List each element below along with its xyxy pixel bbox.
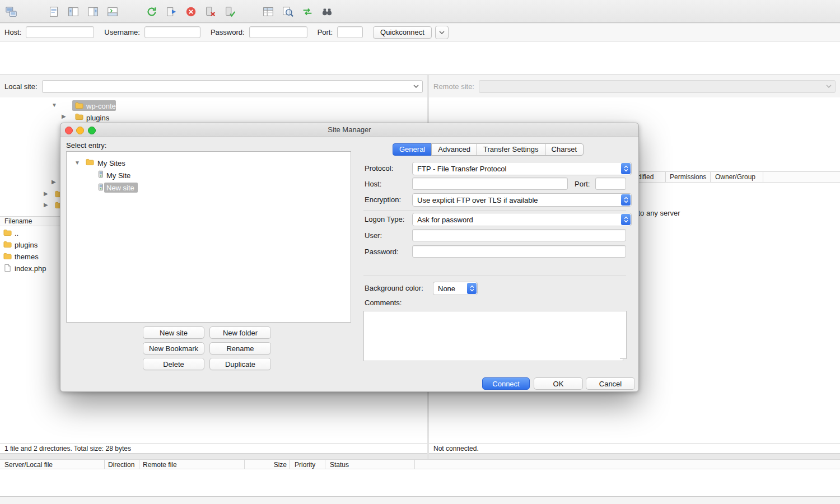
site-manager-dialog: Site Manager Select entry: ▼ My Sites My… <box>60 123 639 392</box>
rename-button[interactable]: Rename <box>209 342 271 354</box>
new-site-button[interactable]: New site <box>143 326 204 339</box>
collapse-triangle-icon[interactable]: ▼ <box>52 102 57 109</box>
queue-col-server-local-file[interactable]: Server/Local file <box>4 461 53 469</box>
queue-col-status[interactable]: Status <box>330 461 349 469</box>
column-divider[interactable] <box>104 460 105 469</box>
directory-filter-icon[interactable] <box>260 4 276 19</box>
duplicate-button[interactable]: Duplicate <box>209 358 271 370</box>
queue-col-remote-file[interactable]: Remote file <box>143 461 177 469</box>
column-divider[interactable] <box>763 172 763 182</box>
queue-col-direction[interactable]: Direction <box>108 461 134 469</box>
logon-type-select[interactable]: Ask for password <box>412 213 632 226</box>
server-icon <box>97 170 105 178</box>
connect-button[interactable]: Connect <box>482 377 530 390</box>
refresh-icon[interactable] <box>144 4 159 19</box>
tab-advanced[interactable]: Advanced <box>431 143 477 156</box>
quickconnect-bar: Host: Username: Password: Port: Quickcon… <box>0 24 840 41</box>
toolbar-group-3 <box>144 4 237 19</box>
folder-icon <box>86 158 94 166</box>
expand-triangle-icon[interactable]: ▶ <box>62 113 66 120</box>
local-treeview-icon[interactable] <box>66 4 81 19</box>
quickconnect-button[interactable]: Quickconnect <box>373 26 432 39</box>
local-site-combo[interactable] <box>42 80 423 93</box>
protocol-select[interactable]: FTP - File Transfer Protocol <box>412 162 632 175</box>
tree-item-plugins[interactable]: plugins <box>86 113 109 123</box>
local-status-bar: 1 file and 2 directories. Total size: 28… <box>0 444 427 454</box>
queue-body <box>0 469 840 496</box>
list-item-parent[interactable]: .. <box>15 228 18 238</box>
delete-button[interactable]: Delete <box>143 358 204 370</box>
host-input[interactable] <box>26 26 94 38</box>
toolbar-group-1 <box>3 4 18 19</box>
dialog-port-input[interactable] <box>595 178 626 190</box>
port-input[interactable] <box>337 26 363 38</box>
toolbar-group-2 <box>46 4 120 19</box>
queue-col-size[interactable]: Size <box>269 461 287 469</box>
local-site-label: Local site: <box>4 82 38 91</box>
disconnect-icon[interactable] <box>203 4 218 19</box>
cancel-button[interactable]: Cancel <box>586 377 635 390</box>
background-color-label: Background color: <box>365 284 423 292</box>
dialog-titlebar: Site Manager <box>60 123 638 137</box>
tab-charset[interactable]: Charset <box>545 143 584 156</box>
dialog-host-input[interactable] <box>412 178 568 190</box>
encryption-select[interactable]: Use explicit FTP over TLS if available <box>412 193 632 207</box>
background-color-select[interactable]: None <box>433 282 478 295</box>
quickconnect-dropdown-button[interactable] <box>435 26 449 39</box>
user-input[interactable] <box>412 229 626 241</box>
remote-site-row: Remote site: <box>429 75 840 97</box>
comments-scrollbar[interactable] <box>620 311 627 359</box>
message-log-icon[interactable] <box>46 4 61 19</box>
transfer-queue-icon[interactable] <box>105 4 120 19</box>
dialog-port-label: Port: <box>575 180 590 188</box>
process-queue-icon[interactable] <box>164 4 179 19</box>
column-divider[interactable] <box>139 460 139 469</box>
column-divider[interactable] <box>710 172 711 182</box>
tab-general[interactable]: General <box>393 143 432 156</box>
form-divider <box>363 210 626 211</box>
folder-icon <box>75 101 83 110</box>
new-folder-button[interactable]: New folder <box>209 326 271 339</box>
permissions-column-header[interactable]: Permissions <box>670 173 706 181</box>
host-label: Host: <box>4 28 21 36</box>
owner-group-column-header[interactable]: Owner/Group <box>715 173 755 181</box>
remote-treeview-icon[interactable] <box>85 4 100 19</box>
column-divider[interactable] <box>665 172 666 182</box>
filename-column-header[interactable]: Filename <box>4 217 32 225</box>
tab-transfer-settings[interactable]: Transfer Settings <box>477 143 545 156</box>
site-tree-item-my-site[interactable]: My Site <box>106 171 130 180</box>
reconnect-icon[interactable] <box>222 4 237 19</box>
find-files-icon[interactable] <box>319 4 334 19</box>
cancel-transfer-icon[interactable] <box>183 4 198 19</box>
column-divider[interactable] <box>325 460 325 469</box>
directory-comparison-icon[interactable] <box>280 4 295 19</box>
expand-triangle-icon[interactable]: ▶ <box>52 179 56 185</box>
site-tree-root-my-sites[interactable]: My Sites <box>97 158 125 168</box>
folder-icon <box>3 252 12 260</box>
list-item-plugins[interactable]: plugins <box>15 240 38 250</box>
collapse-triangle-icon[interactable]: ▼ <box>74 160 80 166</box>
encryption-label: Encryption: <box>365 195 401 204</box>
expand-triangle-icon[interactable]: ▶ <box>44 190 48 197</box>
site-manager-icon[interactable] <box>3 4 18 19</box>
background-color-value: None <box>438 284 455 293</box>
new-bookmark-button[interactable]: New Bookmark <box>143 342 204 354</box>
column-divider[interactable] <box>414 460 415 469</box>
site-tree-item-new-site[interactable]: New site <box>106 183 134 193</box>
queue-col-priority[interactable]: Priority <box>295 461 315 469</box>
tree-item-wp-content[interactable]: wp-content <box>86 101 122 111</box>
updown-stepper-icon <box>621 214 631 225</box>
password-input[interactable] <box>249 26 307 38</box>
username-input[interactable] <box>144 26 200 38</box>
column-divider[interactable] <box>289 460 290 469</box>
column-divider[interactable] <box>244 460 245 469</box>
user-label: User: <box>365 231 382 240</box>
ok-button[interactable]: OK <box>534 377 583 390</box>
comments-textarea[interactable] <box>363 311 623 361</box>
list-item-themes[interactable]: themes <box>15 252 39 262</box>
list-item-index-php[interactable]: index.php <box>15 264 46 273</box>
dialog-password-input[interactable] <box>412 245 626 258</box>
expand-triangle-icon[interactable]: ▶ <box>44 202 48 208</box>
file-icon <box>3 264 12 272</box>
synchronized-browsing-icon[interactable] <box>300 4 315 19</box>
